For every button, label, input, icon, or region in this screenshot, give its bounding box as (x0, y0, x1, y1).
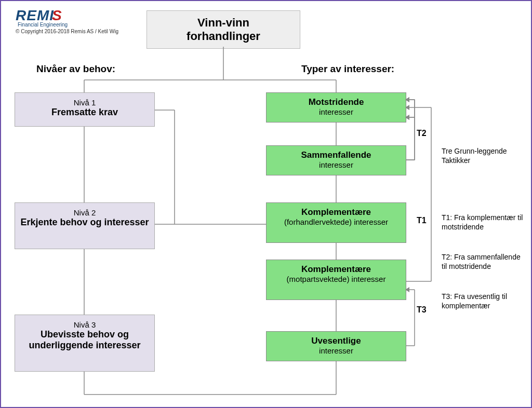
tactic-label-t2: T2 (417, 129, 427, 138)
interest-box-insignificant: Uvesentlige interesser (266, 331, 406, 361)
level-box-3: Nivå 3 Ubevisste behov og underliggende … (15, 315, 155, 372)
interest-1-sub: interesser (270, 107, 403, 116)
tactics-desc-t2: T2: Fra sammenfallende til motstridende (442, 252, 525, 271)
level-1-title: Fremsatte krav (18, 107, 151, 118)
logo-subtitle: Financial Engineering (18, 22, 118, 28)
interest-3-title: Komplementære (270, 207, 403, 217)
level-box-1: Nivå 1 Fremsatte krav (15, 92, 155, 127)
title-line-1: Vinn-vinn (151, 16, 296, 30)
interest-5-title: Uvesentlige (270, 336, 403, 346)
interest-box-complementary-negotiator: Komplementære (forhandlervektede) intere… (266, 202, 406, 243)
level-1-label: Nivå 1 (18, 98, 151, 107)
interest-box-complementary-counterpart: Komplementære (motpartsvektede) interess… (266, 260, 406, 300)
tactics-heading: Tre Grunn-leggende Taktikker (442, 146, 525, 165)
level-2-label: Nivå 2 (18, 208, 151, 217)
level-3-title: Ubevisste behov og underliggende interes… (18, 329, 151, 351)
heading-levels: Nivåer av behov: (36, 63, 115, 75)
interest-box-coinciding: Sammenfallende interesser (266, 145, 406, 175)
interest-3-sub: (forhandlervektede) interesser (270, 217, 403, 226)
tactic-label-t3: T3 (417, 305, 427, 315)
logo-block: REMIS Financial Engineering Copyright 20… (16, 7, 118, 34)
tactics-desc-t1: T1: Fra komplementær til motstridende (442, 213, 525, 232)
tactics-desc-t3: T3: Fra uvesentlig til komplementær (442, 292, 525, 310)
interest-2-sub: interesser (270, 160, 403, 169)
interest-box-conflicting: Motstridende interesser (266, 92, 406, 123)
level-2-title: Erkjente behov og interesser (18, 217, 151, 228)
level-box-2: Nivå 2 Erkjente behov og interesser (15, 202, 155, 249)
interest-4-title: Komplementære (270, 264, 403, 275)
interest-2-title: Sammenfallende (270, 150, 403, 160)
copyright-text: Copyright 2016-2018 Remis AS / Ketil Wig (16, 29, 118, 34)
tactic-label-t1: T1 (417, 216, 427, 225)
interest-1-title: Motstridende (270, 97, 403, 107)
diagram-title: Vinn-vinn forhandlinger (147, 10, 300, 49)
interest-4-sub: (motpartsvektede) interesser (270, 275, 403, 283)
logo-name: REMI (16, 7, 54, 23)
interest-5-sub: interesser (270, 346, 403, 355)
title-line-2: forhandlinger (151, 30, 296, 43)
heading-interests: Typer av interesser: (301, 63, 394, 75)
level-3-label: Nivå 3 (18, 320, 151, 329)
